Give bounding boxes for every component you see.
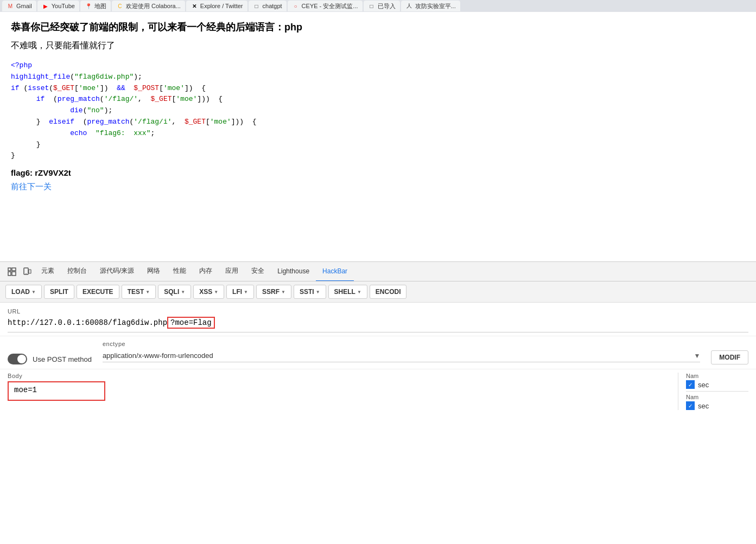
xss-dropdown-arrow: ▼ bbox=[214, 290, 218, 295]
main-content: 恭喜你已经突破了前端的限制，可以来看一个经典的后端语言：php 不难哦，只要能看… bbox=[0, 12, 756, 261]
enctype-dropdown-arrow: ▼ bbox=[694, 352, 700, 360]
flag-value: flag6: rZV9VX2t bbox=[11, 168, 745, 177]
tab-colab-label: 欢迎使用 Colabora... bbox=[126, 2, 181, 10]
body-left: Body moe=1 bbox=[8, 373, 667, 401]
hackbar-toolbar: LOAD ▼ SPLIT EXECUTE TEST ▼ SQLI ▼ XSS ▼… bbox=[0, 281, 756, 303]
devtools-tab-lighthouse[interactable]: Lighthouse bbox=[271, 262, 316, 281]
url-field[interactable]: http://127.0.0.1:60088/flag6diw.php?moe=… bbox=[8, 317, 748, 332]
device-icon[interactable] bbox=[20, 264, 35, 279]
tab-twitter[interactable]: ✕ Explore / Twitter bbox=[186, 1, 247, 11]
url-base: http://127.0.0.1:60088/flag6diw.php bbox=[8, 318, 167, 327]
test-button[interactable]: TEST ▼ bbox=[122, 285, 156, 299]
devtools-tab-network[interactable]: 网络 bbox=[141, 262, 167, 281]
lab-favicon: 人 bbox=[405, 2, 413, 10]
gmail-favicon: M bbox=[7, 2, 14, 10]
devtools-tab-bar: 元素 控制台 源代码/来源 网络 性能 内存 应用 安全 Lighthouse … bbox=[0, 262, 756, 281]
checkbox-item-1[interactable]: ✓ sec bbox=[686, 380, 748, 389]
toggle-label: Use POST method bbox=[33, 355, 92, 363]
devtools-tab-hackbar[interactable]: HackBar bbox=[316, 262, 354, 281]
enctype-select[interactable]: application/x-www-form-urlencoded ▼ bbox=[103, 349, 700, 362]
tab-imported[interactable]: □ 已导入 bbox=[364, 1, 400, 11]
test-dropdown-arrow: ▼ bbox=[145, 290, 150, 295]
code-line-9: } bbox=[11, 150, 745, 162]
checkbox-icon-1: ✓ bbox=[686, 380, 695, 389]
svg-point-6 bbox=[26, 273, 26, 273]
tab-gmail-label: Gmail bbox=[16, 3, 32, 9]
enctype-group: enctype application/x-www-form-urlencode… bbox=[103, 341, 700, 362]
ceye-favicon: ○ bbox=[292, 2, 300, 10]
code-line-8: } bbox=[11, 139, 745, 151]
url-section: URL http://127.0.0.1:60088/flag6diw.php?… bbox=[0, 303, 756, 336]
xss-button[interactable]: XSS ▼ bbox=[193, 285, 224, 299]
tab-colaboratory[interactable]: C 欢迎使用 Colabora... bbox=[112, 1, 185, 11]
devtools-tab-sources[interactable]: 源代码/来源 bbox=[93, 262, 141, 281]
load-button[interactable]: LOAD ▼ bbox=[5, 285, 42, 299]
split-button[interactable]: SPLIT bbox=[44, 285, 74, 299]
tab-gmail[interactable]: M Gmail bbox=[2, 1, 36, 11]
tab-youtube-label: YouTube bbox=[52, 3, 75, 9]
sec-label-1: sec bbox=[698, 381, 709, 389]
url-highlighted: ?moe=Flag bbox=[167, 317, 215, 329]
tab-youtube[interactable]: ▶ YouTube bbox=[37, 1, 79, 11]
code-line-3: if (isset($_GET['moe']) && $_POST['moe']… bbox=[11, 83, 745, 94]
sqli-button[interactable]: SQLI ▼ bbox=[158, 285, 191, 299]
checkbox-icon-2: ✓ bbox=[686, 401, 695, 410]
right-row-label-2: Nam bbox=[686, 394, 748, 400]
code-block: <?php highlight_file("flag6diw.php"); if… bbox=[11, 60, 745, 162]
execute-button[interactable]: EXECUTE bbox=[77, 285, 119, 299]
tab-maps-label: 地图 bbox=[94, 2, 106, 10]
shell-button[interactable]: SHELL ▼ bbox=[328, 285, 367, 299]
twitter-favicon: ✕ bbox=[190, 2, 198, 10]
url-label: URL bbox=[8, 308, 748, 315]
devtools-tab-elements[interactable]: 元素 bbox=[35, 262, 61, 281]
body-section: Body moe=1 Nam ✓ sec Nam ✓ sec bbox=[0, 369, 756, 413]
load-dropdown-arrow: ▼ bbox=[31, 290, 36, 295]
ssrf-dropdown-arrow: ▼ bbox=[281, 290, 285, 295]
svg-rect-1 bbox=[8, 272, 11, 276]
code-line-2: highlight_file("flag6diw.php"); bbox=[11, 72, 745, 83]
maps-favicon: 📍 bbox=[85, 2, 92, 10]
ssti-button[interactable]: SSTI ▼ bbox=[294, 285, 326, 299]
tab-chatgpt-label: chatgpt bbox=[263, 3, 282, 9]
devtools-tab-memory[interactable]: 内存 bbox=[193, 262, 219, 281]
tab-lab[interactable]: 人 攻防实验室平... bbox=[401, 1, 460, 11]
toggle-group: Use POST method bbox=[8, 341, 92, 364]
code-line-6: } elseif (preg_match('/flag/i', $_GET['m… bbox=[11, 117, 745, 128]
tab-twitter-label: Explore / Twitter bbox=[200, 3, 243, 9]
tab-maps[interactable]: 📍 地图 bbox=[80, 1, 111, 11]
lfi-button[interactable]: LFI ▼ bbox=[226, 285, 254, 299]
code-line-4: if (preg_match('/flag/', $_GET['moe'])) … bbox=[11, 94, 745, 105]
right-row-label-1: Nam bbox=[686, 373, 748, 379]
browser-tab-bar: M Gmail ▶ YouTube 📍 地图 C 欢迎使用 Colabora..… bbox=[0, 0, 756, 12]
body-input[interactable]: moe=1 bbox=[8, 381, 105, 401]
ssrf-button[interactable]: SSRF ▼ bbox=[256, 285, 291, 299]
use-post-toggle[interactable] bbox=[8, 354, 27, 364]
tab-ceye-label: CEYE - 安全测试监... bbox=[302, 2, 358, 10]
imported-favicon: □ bbox=[368, 2, 376, 10]
shell-dropdown-arrow: ▼ bbox=[357, 290, 361, 295]
devtools-tab-console[interactable]: 控制台 bbox=[61, 262, 93, 281]
tab-ceye[interactable]: ○ CEYE - 安全测试监... bbox=[288, 1, 363, 11]
divider-1 bbox=[686, 391, 748, 392]
encodi-button[interactable]: ENCODI bbox=[370, 285, 407, 299]
devtools-tab-application[interactable]: 应用 bbox=[219, 262, 245, 281]
inspect-icon[interactable] bbox=[4, 264, 20, 279]
colab-favicon: C bbox=[116, 2, 124, 10]
devtools-tab-security[interactable]: 安全 bbox=[245, 262, 271, 281]
nav-link[interactable]: 前往下一关 bbox=[11, 182, 52, 191]
code-line-1: <?php bbox=[11, 60, 745, 72]
ssti-dropdown-arrow: ▼ bbox=[316, 290, 320, 295]
code-line-7: echo "flag6: xxx"; bbox=[11, 128, 745, 139]
devtools-tab-performance[interactable]: 性能 bbox=[167, 262, 193, 281]
right-panel: Nam ✓ sec Nam ✓ sec bbox=[678, 373, 748, 410]
modify-button[interactable]: MODIF bbox=[711, 350, 748, 364]
svg-rect-0 bbox=[8, 268, 11, 271]
sqli-dropdown-arrow: ▼ bbox=[181, 290, 185, 295]
svg-rect-2 bbox=[12, 268, 16, 271]
congrats-text: 恭喜你已经突破了前端的限制，可以来看一个经典的后端语言：php bbox=[11, 21, 745, 34]
sec-label-2: sec bbox=[698, 402, 709, 410]
youtube-favicon: ▶ bbox=[42, 2, 49, 10]
lfi-dropdown-arrow: ▼ bbox=[244, 290, 248, 295]
tab-chatgpt[interactable]: □ chatgpt bbox=[249, 1, 287, 11]
checkbox-item-2[interactable]: ✓ sec bbox=[686, 401, 748, 410]
